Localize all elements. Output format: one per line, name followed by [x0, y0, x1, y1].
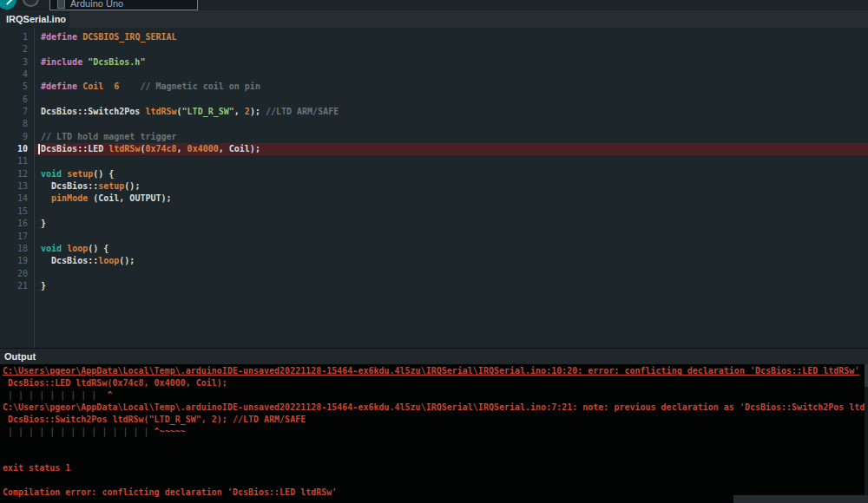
output-line: DcsBios::LED ltdRSw(0x74c8, 0x4000, Coil…: [0, 377, 868, 389]
line-number: 18: [0, 243, 28, 255]
editor-tab-bar: IRQSerial.ino: [0, 10, 868, 28]
line-number: 10: [0, 143, 28, 155]
line-number: 14: [0, 193, 28, 205]
text-cursor: [38, 144, 40, 154]
code-text: #define DCSBIOS_IRQ_SERIAL: [41, 31, 177, 43]
line-number: 11: [0, 155, 28, 167]
output-console[interactable]: C:\Users\pgeor\AppData\Local\Temp\.ardui…: [0, 364, 868, 503]
line-number: 6: [0, 94, 28, 106]
code-line: 15: [0, 206, 868, 218]
code-line: 20: [0, 268, 868, 280]
code-text: void loop() {: [41, 243, 108, 255]
code-line: 7DcsBios::Switch2Pos ltdRSw("LTD_R_SW", …: [0, 106, 868, 118]
editor-lines: 1#define DCSBIOS_IRQ_SERIAL23#include "D…: [0, 31, 868, 292]
code-line: 12void setup() {: [0, 168, 868, 180]
code-line: 21}: [0, 280, 868, 292]
code-line: 2: [0, 43, 868, 56]
line-number: 7: [0, 106, 28, 118]
line-number: 3: [0, 56, 28, 69]
vertical-scrollbar-thumb[interactable]: [865, 364, 868, 387]
code-line: 17: [0, 231, 868, 243]
output-panel-header: Output: [0, 348, 868, 364]
output-line: exit status 1: [0, 462, 868, 474]
code-line: 16}: [0, 218, 868, 230]
board-selector-dropdown[interactable]: Arduino Uno: [49, 0, 198, 10]
output-line: DcsBios::Switch2Pos ltdRSw("LTD_R_SW", 2…: [0, 414, 868, 426]
error-file-link[interactable]: C:\Users\pgeor\AppData\Local\Temp\.ardui…: [3, 366, 859, 376]
code-line: 18void loop() {: [0, 243, 868, 255]
output-line: [0, 438, 868, 450]
output-panel-title: Output: [4, 351, 36, 362]
output-line: C:\Users\pgeor\AppData\Local\Temp\.ardui…: [0, 402, 868, 414]
code-line: 14 pinMode (Coil, OUTPUT);: [0, 193, 868, 205]
line-number: 2: [0, 43, 28, 56]
code-line: 5#define Coil 6 // Magnetic coil on pin: [0, 81, 868, 93]
code-line: 1#define DCSBIOS_IRQ_SERIAL: [0, 31, 868, 43]
upload-button[interactable]: [0, 0, 16, 10]
code-line: 8: [0, 118, 868, 130]
code-text: // LTD hold magnet trigger: [41, 131, 177, 143]
code-text: #include "DcsBios.h": [41, 56, 145, 69]
arduino-ide-window: Arduino Uno IRQSerial.ino 1#define DCSBI…: [0, 0, 868, 503]
debug-button[interactable]: [23, 0, 39, 7]
code-line: 6: [0, 94, 868, 106]
code-text: }: [41, 218, 46, 230]
code-text: void setup() {: [41, 168, 114, 180]
code-text: #define Coil 6 // Magnetic coil on pin: [41, 81, 260, 93]
console-lines: C:\Users\pgeor\AppData\Local\Temp\.ardui…: [0, 365, 868, 499]
output-line: [0, 474, 868, 487]
line-number: 17: [0, 231, 28, 243]
line-number: 16: [0, 218, 28, 230]
code-line: 11: [0, 155, 868, 167]
tab-irqserial-ino[interactable]: IRQSerial.ino: [0, 10, 69, 28]
code-line: 9// LTD hold magnet trigger: [0, 131, 868, 143]
line-number: 1: [0, 31, 28, 43]
code-line: 19 DcsBios::loop();: [0, 255, 868, 267]
line-number: 12: [0, 168, 28, 180]
output-line: C:\Users\pgeor\AppData\Local\Temp\.ardui…: [0, 365, 868, 377]
tab-label: IRQSerial.ino: [6, 14, 66, 24]
code-line: 10DcsBios::LED ltdRSw(0x74c8, 0x4000, Co…: [0, 143, 868, 155]
code-text: DcsBios::LED ltdRSw(0x74c8, 0x4000, Coil…: [41, 143, 260, 155]
horizontal-scrollbar-thumb[interactable]: [733, 495, 868, 503]
code-line: 3#include "DcsBios.h": [0, 56, 868, 69]
code-text: pinMode (Coil, OUTPUT);: [41, 193, 172, 205]
line-number: 5: [0, 81, 28, 93]
line-number: 21: [0, 280, 28, 292]
code-editor[interactable]: 1#define DCSBIOS_IRQ_SERIAL23#include "D…: [0, 28, 868, 348]
line-number: 20: [0, 268, 28, 280]
line-number: 19: [0, 255, 28, 267]
code-line: 13 DcsBios::setup();: [0, 180, 868, 193]
line-number: 13: [0, 180, 28, 193]
code-text: DcsBios::Switch2Pos ltdRSw("LTD_R_SW", 2…: [41, 106, 339, 118]
line-number: 8: [0, 118, 28, 130]
line-number: 15: [0, 206, 28, 218]
code-text: }: [41, 280, 46, 292]
line-number: 4: [0, 69, 28, 81]
output-line: [0, 450, 868, 462]
code-line: 4: [0, 69, 868, 81]
output-line: | | | | | | | | | ^: [0, 389, 868, 402]
board-chip-icon: [57, 0, 65, 9]
line-number: 9: [0, 131, 28, 143]
board-selector-label: Arduino Uno: [70, 0, 123, 10]
toolbar: Arduino Uno: [0, 0, 868, 10]
code-text: DcsBios::loop();: [41, 255, 135, 267]
code-text: DcsBios::setup();: [41, 180, 140, 193]
output-line: | | | | | | | | | | | | | | ^~~~~~: [0, 426, 868, 438]
